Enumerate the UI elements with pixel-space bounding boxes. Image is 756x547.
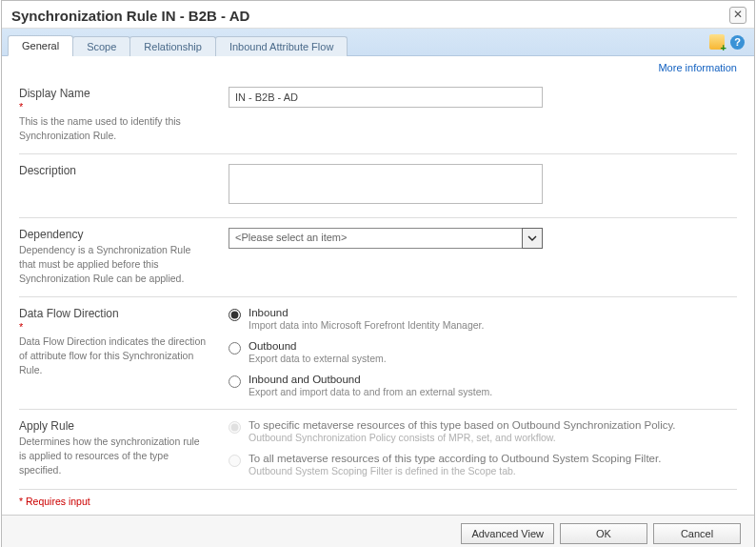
display-name-label: Display Name <box>19 87 209 100</box>
add-icon[interactable] <box>709 34 725 50</box>
required-star-icon: * <box>19 102 209 112</box>
more-information-link[interactable]: More information <box>658 62 737 73</box>
description-input[interactable] <box>229 164 543 204</box>
radio-inout-title: Inbound and Outbound <box>249 374 492 385</box>
section-apply-rule: Apply Rule Determines how the synchroniz… <box>19 410 737 489</box>
radio-inbound[interactable]: Inbound Import data into Microsoft Foref… <box>229 307 737 331</box>
section-dependency: Dependency Dependency is a Synchronizati… <box>19 218 737 297</box>
dialog-title: Synchronization Rule IN - B2B - AD <box>11 8 249 24</box>
ok-button[interactable]: OK <box>560 523 647 544</box>
radio-apply-specific-title: To specific metaverse resources of this … <box>249 419 676 431</box>
radio-inout-desc: Export and import data to and from an ex… <box>249 386 492 397</box>
radio-inbound-desc: Import data into Microsoft Forefront Ide… <box>249 319 484 331</box>
dialog: Synchronization Rule IN - B2B - AD ✕ Gen… <box>1 0 755 547</box>
requires-input-note: * Requires input <box>19 490 737 515</box>
dependency-select[interactable]: <Please select an item> <box>229 228 543 249</box>
help-icon[interactable]: ? <box>730 35 745 50</box>
radio-outbound[interactable]: Outbound Export data to external system. <box>229 340 737 364</box>
section-data-flow: Data Flow Direction * Data Flow Directio… <box>19 297 737 410</box>
section-display-name: Display Name * This is the name used to … <box>19 77 737 154</box>
tab-scope[interactable]: Scope <box>72 36 130 56</box>
data-flow-label: Data Flow Direction <box>19 307 209 320</box>
radio-outbound-desc: Export data to external system. <box>249 353 387 364</box>
description-label: Description <box>19 164 209 177</box>
tab-inbound-attribute-flow[interactable]: Inbound Attribute Flow <box>215 36 348 56</box>
radio-inout[interactable]: Inbound and Outbound Export and import d… <box>229 374 737 397</box>
dependency-select-value: <Please select an item> <box>229 228 522 249</box>
section-description: Description <box>19 154 737 218</box>
titlebar: Synchronization Rule IN - B2B - AD ✕ <box>2 1 754 29</box>
dependency-label: Dependency <box>19 228 209 241</box>
radio-apply-specific: To specific metaverse resources of this … <box>229 419 737 443</box>
radio-inout-input[interactable] <box>229 375 241 388</box>
tab-relationship[interactable]: Relationship <box>129 36 216 56</box>
radio-inbound-input[interactable] <box>229 309 241 321</box>
apply-rule-help: Determines how the synchronization rule … <box>19 435 209 476</box>
radio-apply-all-title: To all metaverse resources of this type … <box>249 453 661 464</box>
display-name-help: This is the name used to identify this S… <box>19 114 209 142</box>
apply-rule-label: Apply Rule <box>19 419 209 433</box>
tabbar: General Scope Relationship Inbound Attri… <box>2 29 754 56</box>
data-flow-help: Data Flow Direction indicates the direct… <box>19 334 209 376</box>
radio-outbound-input[interactable] <box>229 342 241 355</box>
cancel-button[interactable]: Cancel <box>653 523 741 544</box>
radio-inbound-title: Inbound <box>249 307 484 318</box>
radio-outbound-title: Outbound <box>249 340 387 352</box>
radio-apply-all-input <box>229 455 241 467</box>
radio-apply-all: To all metaverse resources of this type … <box>229 453 737 476</box>
radio-apply-specific-desc: Outbound Synchronization Policy consists… <box>249 432 676 443</box>
display-name-input[interactable] <box>229 87 543 108</box>
radio-apply-specific-input <box>229 421 241 434</box>
dependency-help: Dependency is a Synchronization Rule tha… <box>19 243 209 285</box>
chevron-down-icon[interactable] <box>522 228 543 249</box>
required-star-icon: * <box>19 322 209 333</box>
tab-general[interactable]: General <box>8 35 73 56</box>
footer: Advanced View OK Cancel <box>2 515 754 548</box>
radio-apply-all-desc: Outbound System Scoping Filter is define… <box>249 465 661 476</box>
close-button[interactable]: ✕ <box>729 7 746 24</box>
advanced-view-button[interactable]: Advanced View <box>461 523 554 544</box>
content-panel: More information Display Name * This is … <box>2 56 754 515</box>
